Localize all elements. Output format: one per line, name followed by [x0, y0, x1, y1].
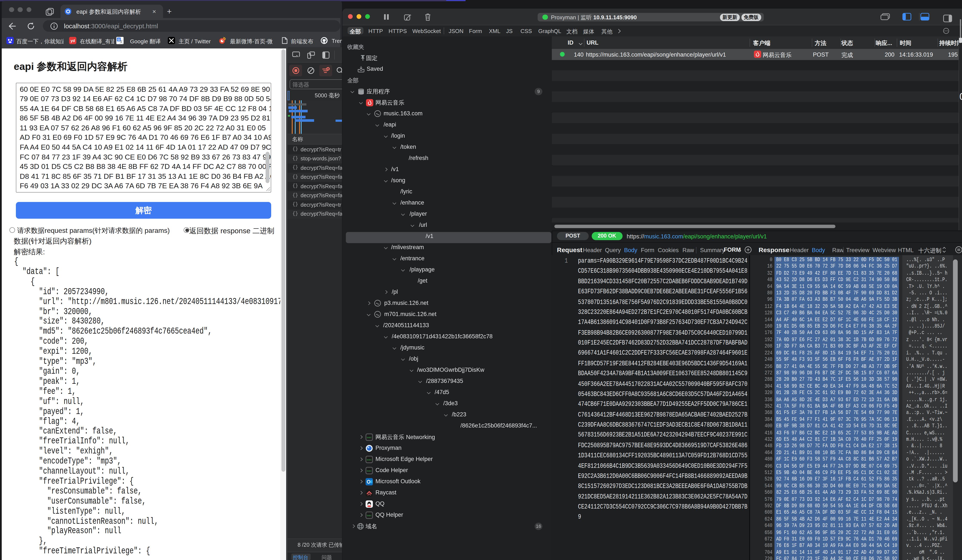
svg-text:EXEC: EXEC: [366, 436, 371, 439]
svg-text:EXEC: EXEC: [366, 459, 371, 461]
svg-text:文: 文: [119, 40, 123, 43]
svg-text:yd: yd: [70, 39, 75, 43]
svg-text:EXEC: EXEC: [366, 470, 371, 472]
svg-text:EXEC: EXEC: [366, 515, 371, 517]
